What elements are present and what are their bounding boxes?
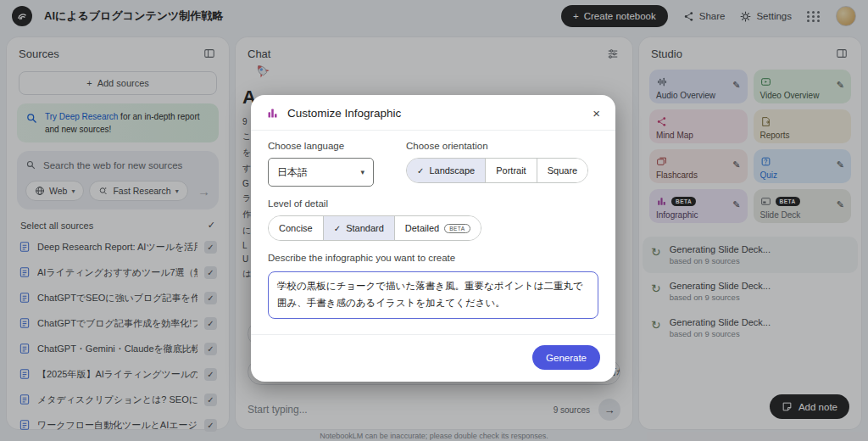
detail-option-detailed[interactable]: Detailed BETA [394, 216, 481, 240]
language-label: Choose language [268, 141, 374, 151]
close-icon[interactable]: × [593, 106, 600, 120]
customize-infographic-dialog: Customize Infographic × Choose language … [251, 95, 615, 382]
infographic-description-input[interactable]: 学校の黒板にチョークで描いた落書き風。重要なポイントは二重丸で囲み、手書き感のあ… [268, 271, 598, 319]
detail-segmented-control: Concise ✓ Standard Detailed BETA [268, 215, 481, 241]
orientation-option-square[interactable]: Square [537, 159, 587, 182]
orientation-option-landscape[interactable]: ✓ Landscape [407, 159, 485, 182]
detail-option-concise[interactable]: Concise [269, 216, 323, 240]
detail-label: Level of detail [268, 198, 598, 209]
infographic-icon [266, 107, 279, 120]
chevron-down-icon: ▾ [360, 168, 364, 176]
orientation-option-portrait[interactable]: Portrait [485, 159, 536, 182]
dialog-title: Customize Infographic [287, 107, 584, 120]
describe-label: Describe the infographic you want to cre… [268, 253, 598, 263]
generate-button[interactable]: Generate [532, 345, 600, 370]
check-icon: ✓ [417, 166, 424, 176]
detail-option-standard[interactable]: ✓ Standard [323, 216, 394, 240]
language-select[interactable]: 日本語 ▾ [268, 158, 374, 187]
orientation-segmented-control: ✓ Landscape Portrait Square [406, 158, 588, 183]
check-icon: ✓ [334, 224, 341, 233]
orientation-label: Choose orientation [406, 141, 588, 151]
beta-badge: BETA [444, 224, 470, 233]
